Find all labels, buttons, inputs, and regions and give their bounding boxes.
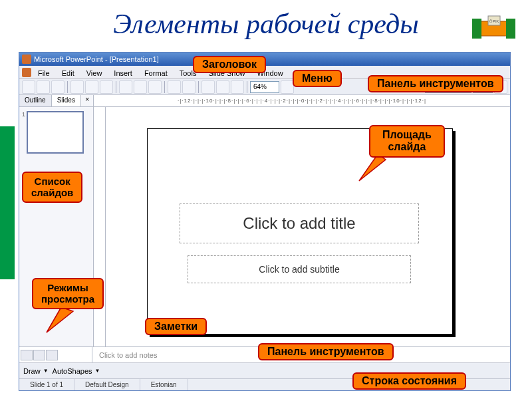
callout-slide-area: Площадь слайда [369, 125, 445, 158]
horizontal-ruler: ·|·12·|·|·|·10·|·|·|·8·|·|·|·6·|·|·|·4·|… [94, 95, 510, 107]
new-button[interactable] [22, 80, 35, 94]
print-button[interactable] [70, 80, 84, 94]
menu-edit[interactable]: Edit [57, 68, 80, 78]
separator [116, 81, 116, 93]
separator [67, 81, 68, 93]
view-mode-buttons [19, 347, 92, 362]
open-button[interactable] [37, 80, 50, 94]
vertical-ruler [94, 107, 106, 346]
panel-tabs: Outline Slides × [19, 95, 93, 107]
callout-slide-list: Список слайдов [22, 172, 82, 203]
help-button[interactable] [281, 80, 294, 94]
decor-green-left [0, 126, 15, 279]
sorter-view-button[interactable] [33, 350, 45, 360]
svg-text:ÕPIK: ÕPIK [489, 19, 499, 23]
canvas-area: ·|·12·|·|·|·10·|·|·|·8·|·|·|·6·|·|·|·4·|… [94, 95, 510, 346]
menu-file[interactable]: File [33, 68, 55, 78]
thumb-number: 1 [22, 111, 25, 118]
status-design: Default Design [74, 379, 140, 390]
table-button[interactable] [216, 80, 229, 94]
menu-insert[interactable]: Insert [108, 68, 138, 78]
separator [164, 81, 165, 93]
save-button[interactable] [51, 80, 65, 94]
menu-view[interactable]: View [81, 68, 108, 78]
page-title: Элементы рабочей среды [0, 8, 532, 40]
doc-icon [22, 68, 31, 77]
callout-view-modes: Режимы просмотра [32, 278, 104, 309]
svg-rect-1 [472, 19, 481, 39]
slideshow-view-button[interactable] [46, 350, 58, 360]
callout-title: Заголовок [193, 56, 266, 73]
opik-logo: ÕPIK [472, 12, 515, 44]
slide-canvas[interactable]: Click to add title Click to add subtitle [147, 128, 453, 334]
notes-placeholder[interactable]: Click to add notes [92, 351, 157, 359]
tab-slides[interactable]: Slides [52, 95, 81, 106]
status-language: Estonian [140, 379, 188, 390]
redo-button[interactable] [182, 80, 196, 94]
status-slide: Slide 1 of 1 [19, 379, 74, 390]
close-panel-icon[interactable]: × [81, 95, 93, 106]
callout-toolbar-bottom: Панель инструментов [258, 343, 394, 360]
separator [247, 81, 247, 93]
tables-button[interactable] [231, 80, 244, 94]
title-placeholder[interactable]: Click to add title [180, 203, 419, 243]
thumbnail-list: 1 [19, 107, 93, 346]
callout-toolbar-top: Панель инструментов [368, 75, 503, 92]
callout-notes: Заметки [145, 318, 207, 335]
spell-button[interactable] [100, 80, 113, 94]
tab-outline[interactable]: Outline [19, 95, 52, 106]
menu-format[interactable]: Format [139, 68, 173, 78]
zoom-combo[interactable]: 64% [250, 81, 279, 93]
cut-button[interactable] [119, 80, 132, 94]
autoshapes-menu[interactable]: AutoShapes [51, 367, 94, 375]
draw-menu[interactable]: Draw [22, 367, 42, 375]
svg-rect-2 [506, 19, 515, 39]
subtitle-placeholder[interactable]: Click to add subtitle [188, 255, 411, 283]
preview-button[interactable] [85, 80, 98, 94]
callout-status: Строка состояния [352, 372, 466, 390]
copy-button[interactable] [134, 80, 147, 94]
powerpoint-window: Microsoft PowerPoint - [Presentation1] F… [19, 52, 511, 391]
slide-thumbnail-1[interactable] [27, 111, 84, 154]
normal-view-button[interactable] [21, 350, 33, 360]
chart-button[interactable] [201, 80, 215, 94]
separator [198, 81, 199, 93]
paste-button[interactable] [148, 80, 162, 94]
undo-button[interactable] [168, 80, 181, 94]
app-icon [22, 55, 31, 64]
callout-menu: Меню [293, 70, 342, 87]
window-title: Microsoft PowerPoint - [Presentation1] [34, 55, 159, 63]
